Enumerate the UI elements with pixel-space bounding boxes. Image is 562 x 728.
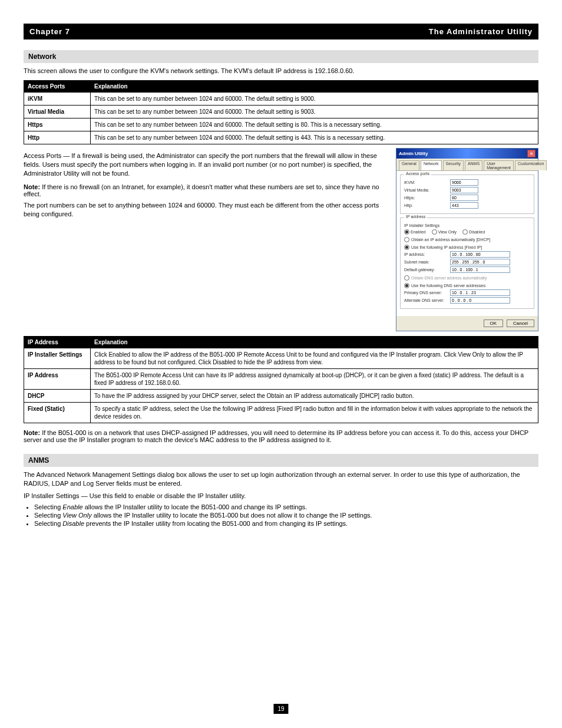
- col-explanation: Explanation: [91, 80, 538, 92]
- bullet-keyword: Disable: [62, 520, 84, 527]
- page-number: 19: [273, 704, 288, 714]
- table-row: Virtual Media This can be set to any num…: [24, 105, 538, 118]
- ikvm-input[interactable]: [450, 179, 478, 186]
- radio-label: Use the following DNS server addresses:: [411, 284, 487, 288]
- field-label: iKVM:: [404, 180, 448, 185]
- row-label: Http: [24, 131, 91, 144]
- table-row: DHCP To have the IP address assigned by …: [24, 389, 538, 402]
- radio-icon: [404, 245, 409, 250]
- list-item: Selecting Enable allows the IP Installer…: [34, 503, 538, 510]
- ok-button[interactable]: OK: [484, 319, 504, 327]
- radio-view-only[interactable]: View Only: [432, 229, 457, 235]
- section-network-title: Network: [24, 50, 538, 63]
- note-block: Note: If there is no firewall (on an Int…: [24, 183, 385, 197]
- tab-network[interactable]: Network: [421, 160, 442, 170]
- field-label: Default gateway:: [404, 268, 448, 272]
- row-label: IP Address: [24, 368, 91, 389]
- radio-dhcp[interactable]: Obtain an IP address automatically [DHCP…: [404, 237, 530, 242]
- ip-installer-bullets: Selecting Enable allows the IP Installer…: [34, 503, 538, 527]
- row-label: DHCP: [24, 389, 91, 402]
- ip-installer-label: IP Installer Settings: [404, 223, 530, 228]
- radio-icon: [404, 275, 409, 281]
- row-text: To have the IP address assigned by your …: [91, 389, 538, 402]
- chapter-number: Chapter 7: [29, 27, 70, 36]
- row-text: The B051-000 IP Remote Access Unit can h…: [91, 368, 538, 389]
- table-row: iKVM This can be set to any number betwe…: [24, 92, 538, 105]
- row-text: This can be set to any number between 10…: [91, 105, 538, 118]
- group-access-ports: Access ports iKVM: Virtual Media: Https:…: [400, 174, 534, 214]
- dialog-title: Admin Utility: [399, 151, 428, 156]
- access-ports-table: Access Ports Explanation iKVM This can b…: [24, 80, 538, 144]
- radio-enabled[interactable]: Enabled: [404, 229, 426, 235]
- row-label: Fixed (Static): [24, 402, 91, 423]
- group-label: IP address: [404, 215, 427, 219]
- https-input[interactable]: [450, 195, 478, 201]
- radio-fixed-ip[interactable]: Use the following IP address [Fixed IP]: [404, 245, 530, 250]
- tab-general[interactable]: General: [399, 160, 419, 170]
- dialog-tabs: General Network Security ANMS User Manag…: [396, 159, 538, 171]
- cancel-button[interactable]: Cancel: [507, 319, 534, 327]
- row-text: To specify a static IP address, select t…: [91, 402, 538, 423]
- note-text: If there is no firewall (on an Intranet,…: [24, 183, 379, 197]
- radio-label: Obtain an IP address automatically [DHCP…: [411, 238, 490, 242]
- primary-dns-input[interactable]: [450, 289, 510, 296]
- table-row: Fixed (Static) To specify a static IP ad…: [24, 402, 538, 423]
- radio-icon: [404, 229, 409, 235]
- tab-security[interactable]: Security: [443, 160, 464, 170]
- radio-dns-manual[interactable]: Use the following DNS server addresses:: [404, 283, 530, 288]
- port-range-paragraph: The port numbers can be set to anything …: [24, 201, 385, 219]
- radio-label: Disabled: [469, 230, 485, 234]
- section-anms-title: ANMS: [24, 454, 538, 467]
- field-label: Subnet mask:: [404, 260, 448, 264]
- row-text: This can be set to any number between 10…: [91, 92, 538, 105]
- radio-icon: [404, 237, 409, 242]
- http-input[interactable]: [450, 202, 478, 209]
- default-gateway-input[interactable]: [450, 266, 510, 273]
- note-block: Note: If the B051-000 is on a network th…: [24, 429, 538, 443]
- table-row: IP Address The B051-000 IP Remote Access…: [24, 368, 538, 389]
- radio-icon: [432, 229, 437, 235]
- row-text: This can be set to any number between 10…: [91, 131, 538, 144]
- col-explanation: Explanation: [91, 336, 538, 348]
- list-item: Selecting View Only allows the IP Instal…: [34, 512, 538, 519]
- tab-anms[interactable]: ANMS: [465, 160, 482, 170]
- field-label: IP address:: [404, 252, 448, 256]
- tab-user-management[interactable]: User Management: [484, 160, 514, 170]
- note-label: Note:: [24, 429, 40, 436]
- note-label: Note:: [24, 183, 40, 190]
- bullet-pre: Selecting: [34, 520, 62, 527]
- field-label: Http:: [404, 203, 448, 207]
- close-icon[interactable]: ×: [527, 150, 535, 157]
- group-label: Access ports: [404, 172, 431, 176]
- row-label: Virtual Media: [24, 105, 91, 118]
- ip-address-input[interactable]: [450, 251, 510, 258]
- network-intro: This screen allows the user to configure…: [24, 67, 538, 75]
- col-access-ports: Access Ports: [24, 80, 91, 92]
- bullet-keyword: View Only: [62, 512, 91, 519]
- radio-label: Obtain DNS server address automatically: [411, 276, 487, 280]
- radio-dns-auto: Obtain DNS server address automatically: [404, 275, 530, 281]
- field-label: Https:: [404, 196, 448, 200]
- table-row: Https This can be set to any number betw…: [24, 118, 538, 131]
- admin-utility-dialog: Admin Utility × General Network Security…: [396, 148, 538, 331]
- virtual-media-input[interactable]: [450, 187, 478, 193]
- table-row: IP Installer Settings Click Enabled to a…: [24, 348, 538, 368]
- alternate-dns-input[interactable]: [450, 297, 510, 304]
- radio-disabled[interactable]: Disabled: [462, 229, 485, 235]
- row-text: This can be set to any number between 10…: [91, 118, 538, 131]
- list-item: Selecting Disable prevents the IP Instal…: [34, 520, 538, 527]
- chapter-title: The Administrator Utility: [429, 27, 533, 36]
- group-ip-address: IP address IP Installer Settings Enabled…: [400, 218, 534, 309]
- col-ip-address: IP Address: [24, 336, 91, 348]
- tab-customization[interactable]: Customization: [515, 160, 547, 170]
- bullet-keyword: Enable: [62, 503, 82, 510]
- bullet-pre: Selecting: [34, 512, 62, 519]
- subnet-mask-input[interactable]: [450, 259, 510, 265]
- field-label: Primary DNS server:: [404, 291, 448, 295]
- field-label: Alternate DNS server:: [404, 298, 448, 302]
- field-label: Virtual Media:: [404, 188, 448, 192]
- note-text: If the B051-000 is on a network that use…: [24, 429, 528, 443]
- chapter-header: Chapter 7 The Administrator Utility: [24, 24, 538, 39]
- bullet-post: allows the IP Installer utility to locat…: [92, 512, 372, 519]
- bullet-pre: Selecting: [34, 503, 62, 510]
